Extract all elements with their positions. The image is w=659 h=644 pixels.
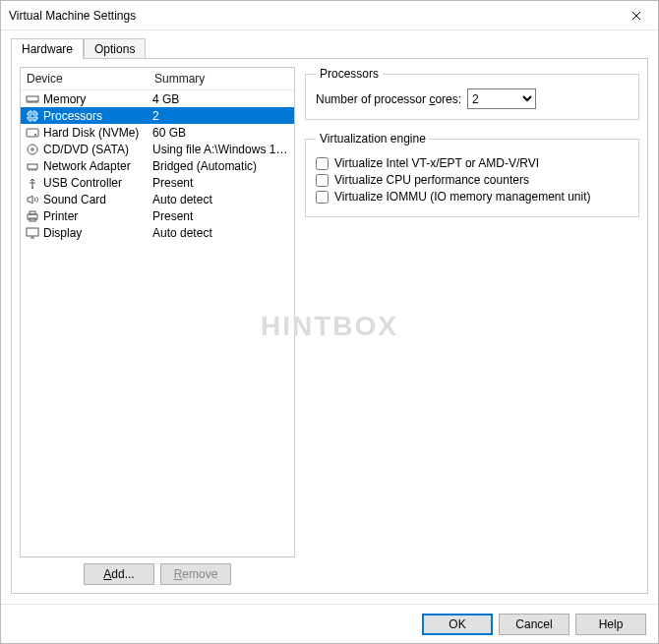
device-row[interactable]: Sound CardAuto detect	[21, 191, 294, 207]
usb-icon	[25, 176, 40, 190]
close-button[interactable]	[614, 1, 658, 29]
perfcounters-checkbox[interactable]	[316, 174, 329, 187]
device-row[interactable]: DisplayAuto detect	[21, 224, 294, 241]
device-row[interactable]: Hard Disk (NVMe)60 GB	[21, 124, 294, 141]
device-row[interactable]: Network AdapterBridged (Automatic)	[21, 157, 294, 174]
device-row[interactable]: CD/DVD (SATA)Using file A:\Windows 10\…	[21, 141, 294, 157]
device-name: Memory	[43, 92, 152, 106]
disc-icon	[25, 143, 40, 156]
device-name: CD/DVD (SATA)	[43, 143, 152, 156]
svg-rect-0	[27, 96, 38, 101]
vtx-label: Virtualize Intel VT-x/EPT or AMD-V/RVI	[334, 156, 539, 170]
device-name: Printer	[43, 209, 152, 223]
iommu-label: Virtualize IOMMU (IO memory management u…	[334, 190, 591, 204]
device-summary: Present	[152, 176, 292, 190]
dialog-footer: OK Cancel Help	[1, 604, 658, 643]
device-row[interactable]: USB ControllerPresent	[21, 174, 294, 191]
add-button[interactable]: Add...	[84, 563, 154, 585]
device-summary: 60 GB	[152, 126, 292, 140]
svg-rect-12	[27, 228, 38, 236]
svg-rect-1	[29, 112, 36, 120]
device-name: Sound Card	[43, 193, 152, 206]
window-title: Virtual Machine Settings	[9, 9, 136, 23]
svg-rect-2	[30, 114, 34, 118]
close-icon	[631, 11, 641, 21]
processors-legend: Processors	[316, 67, 383, 81]
display-icon	[25, 226, 40, 240]
svg-point-8	[31, 187, 33, 189]
device-list[interactable]: Device Summary Memory4 GBProcessors2Hard…	[20, 67, 295, 557]
svg-rect-3	[27, 129, 38, 137]
device-row[interactable]: PrinterPresent	[21, 207, 294, 224]
device-summary: 4 GB	[152, 92, 292, 106]
remove-button[interactable]: Remove	[160, 563, 231, 585]
help-button[interactable]: Help	[575, 614, 646, 635]
tab-page-hardware: HINTBOX Device Summary Memory4 GBProcess…	[11, 58, 648, 594]
svg-rect-10	[30, 211, 35, 214]
titlebar: Virtual Machine Settings	[1, 1, 658, 30]
net-icon	[25, 159, 40, 173]
svg-point-6	[31, 147, 33, 149]
memory-icon	[25, 92, 40, 106]
device-row[interactable]: Processors2	[21, 107, 294, 124]
device-summary: Auto detect	[152, 226, 292, 240]
cores-label: Number of processor cores:	[316, 92, 461, 106]
vtx-checkbox[interactable]	[316, 157, 329, 170]
tabs-bar: Hardware Options	[11, 36, 648, 58]
device-summary: Using file A:\Windows 10\…	[152, 143, 292, 156]
sound-icon	[25, 193, 40, 206]
perfcounters-label: Virtualize CPU performance counters	[334, 173, 529, 187]
device-summary: 2	[152, 109, 292, 123]
svg-rect-7	[28, 164, 37, 169]
cores-select[interactable]: 2	[467, 88, 536, 109]
device-name: Display	[43, 226, 152, 240]
device-summary: Auto detect	[152, 193, 292, 206]
cancel-button[interactable]: Cancel	[499, 614, 569, 635]
iommu-checkbox[interactable]	[316, 191, 329, 204]
device-summary: Bridged (Automatic)	[152, 159, 292, 173]
svg-point-4	[34, 134, 36, 136]
device-list-header: Device Summary	[21, 68, 294, 90]
processors-group: Processors Number of processor cores: 2	[305, 67, 639, 120]
col-header-device: Device	[27, 72, 154, 86]
disk-icon	[25, 126, 40, 140]
cpu-icon	[25, 109, 40, 123]
svg-point-5	[28, 145, 37, 154]
device-name: Processors	[43, 109, 152, 123]
printer-icon	[25, 209, 40, 223]
device-row[interactable]: Memory4 GB	[21, 90, 294, 107]
virtualization-legend: Virtualization engine	[316, 132, 430, 146]
ok-button[interactable]: OK	[422, 614, 493, 635]
device-name: USB Controller	[43, 176, 152, 190]
col-header-summary: Summary	[154, 72, 288, 86]
tab-hardware[interactable]: Hardware	[11, 38, 84, 59]
tab-options[interactable]: Options	[84, 38, 146, 59]
virtualization-group: Virtualization engine Virtualize Intel V…	[305, 132, 639, 217]
device-summary: Present	[152, 209, 292, 223]
device-name: Network Adapter	[43, 159, 152, 173]
device-name: Hard Disk (NVMe)	[43, 126, 152, 140]
